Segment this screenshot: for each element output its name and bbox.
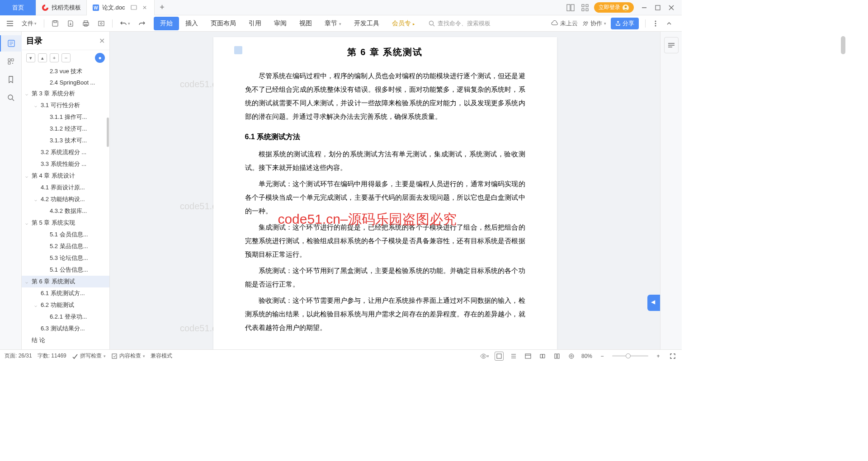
outline-item[interactable]: 3.1.3 技术可... — [22, 135, 109, 146]
ribbon-devtools[interactable]: 开发工具 — [348, 17, 386, 30]
tab-add-button[interactable]: + — [155, 3, 170, 12]
outline-item[interactable]: ⌵3.1 可行性分析 — [22, 99, 109, 111]
cloud-status[interactable]: 未上云 — [551, 19, 578, 28]
outline-item[interactable]: 4.1 界面设计原... — [22, 182, 109, 193]
outline-item[interactable]: 6.1 系统测试方... — [22, 287, 109, 299]
outline-expand-all[interactable]: ▴ — [38, 53, 47, 62]
zoom-value[interactable]: 80% — [581, 353, 592, 359]
ribbon-reference[interactable]: 引用 — [242, 17, 268, 30]
ribbon-chapter[interactable]: 章节 ▾ — [318, 17, 348, 30]
export-pdf-icon[interactable] — [64, 18, 77, 29]
menu-icon[interactable] — [4, 19, 16, 28]
outline-scrollbar[interactable] — [107, 118, 109, 147]
search-icon — [429, 20, 435, 27]
rail-outline-icon[interactable] — [0, 35, 22, 52]
ribbon-layout[interactable]: 页面布局 — [204, 17, 242, 30]
settings-icon[interactable] — [567, 352, 576, 361]
outline-add[interactable]: + — [50, 53, 59, 62]
outline-item[interactable]: 5.1 公告信息... — [22, 264, 109, 276]
side-expand-tab[interactable] — [647, 295, 660, 311]
ribbon-view[interactable]: 视图 — [293, 17, 318, 30]
outline-item[interactable]: ⌵第 4 章 系统设计 — [22, 170, 109, 182]
outline-item-label: 第 4 章 系统设计 — [32, 172, 75, 180]
save-icon[interactable] — [49, 18, 61, 29]
right-panel-icon[interactable] — [664, 37, 679, 53]
tab-document[interactable]: W 论文.doc ✕ — [87, 0, 155, 15]
outline-item-label: 3.1 可行性分析 — [41, 101, 80, 109]
zoom-in-icon[interactable]: + — [654, 352, 663, 361]
outline-item[interactable]: ⌵第 5 章 系统实现 — [22, 217, 109, 229]
outline-item[interactable]: 3.3 系统性能分 ... — [22, 158, 109, 170]
view-web-icon[interactable] — [524, 352, 533, 361]
outline-item-label: 2.4 SpringBoot ... — [50, 79, 95, 86]
app-grid-icon[interactable] — [580, 2, 590, 13]
minimize-button[interactable] — [637, 1, 651, 14]
chapter-title: 第 6 章 系统测试 — [245, 46, 525, 58]
outline-item[interactable]: 2.4 SpringBoot ... — [22, 77, 109, 88]
outline-item[interactable]: 2.3 vue 技术 — [22, 66, 109, 77]
statusbar: 页面: 26/31 字数: 11469 拼写检查 ▾ 内容检查 ▾ 兼容模式 ▾… — [0, 349, 682, 362]
view-read-icon[interactable] — [538, 352, 547, 361]
outline-item[interactable]: ⌵6.2 功能测试 — [22, 299, 109, 311]
print-preview-icon[interactable] — [95, 18, 108, 29]
outline-panel: 目录 ✕ ▾ ▴ + − ● 2.3 vue 技术2.4 SpringBoot … — [22, 32, 110, 349]
outline-close-icon[interactable]: ✕ — [99, 37, 105, 45]
view-split-icon[interactable] — [552, 352, 561, 361]
cast-icon[interactable] — [131, 5, 137, 11]
login-button[interactable]: 立即登录 — [594, 2, 634, 13]
collapse-ribbon-icon[interactable] — [664, 19, 675, 28]
tab-template[interactable]: 找稻壳模板 — [36, 0, 87, 15]
ribbon-review[interactable]: 审阅 — [268, 17, 293, 30]
rail-search-icon[interactable] — [0, 89, 22, 106]
undo-icon[interactable]: ▾ — [117, 19, 133, 28]
status-spellcheck[interactable]: 拼写检查 ▾ — [72, 352, 106, 360]
outline-item[interactable]: 5.2 菜品信息... — [22, 240, 109, 252]
outline-item[interactable]: ⌵4.2 功能结构设... — [22, 193, 109, 205]
ribbon-member[interactable]: 会员专 ▸ — [386, 17, 421, 30]
outline-item[interactable]: ⌵第 3 章 系统分析 — [22, 88, 109, 99]
status-page[interactable]: 页面: 26/31 — [5, 352, 32, 360]
outline-item[interactable]: ⌵第 6 章 系统测试 — [22, 276, 109, 287]
status-words[interactable]: 字数: 11469 — [38, 352, 66, 360]
status-contentcheck[interactable]: 内容检查 ▾ — [111, 352, 145, 360]
redo-icon[interactable] — [136, 19, 148, 28]
search-input[interactable]: 查找命令、搜索模板 — [429, 19, 549, 28]
file-menu[interactable]: 文件 ▾ — [19, 18, 39, 29]
document-area[interactable]: code51.cn code51.cn code51.cn 第 6 章 系统测试… — [110, 32, 660, 349]
outline-item[interactable]: 6.3 测试结果分... — [22, 323, 109, 334]
close-button[interactable] — [665, 1, 678, 14]
ribbon-start[interactable]: 开始 — [154, 17, 179, 30]
page-doc-icon[interactable] — [234, 46, 242, 54]
view-page-icon[interactable] — [495, 352, 504, 361]
outline-item[interactable]: 结 论 — [22, 334, 109, 346]
reading-layout-icon[interactable] — [565, 2, 576, 13]
fullscreen-icon[interactable] — [668, 352, 677, 361]
status-eye-icon[interactable]: ▾ — [480, 352, 489, 361]
svg-rect-50 — [555, 354, 557, 358]
rail-bookmark-icon[interactable] — [0, 71, 22, 88]
ribbon-insert[interactable]: 插入 — [179, 17, 204, 30]
outline-item[interactable]: 5.3 论坛信息... — [22, 252, 109, 264]
share-button[interactable]: 分享 — [611, 18, 639, 29]
maximize-button[interactable] — [651, 1, 665, 14]
outline-remove[interactable]: − — [61, 53, 71, 62]
tab-close-icon[interactable]: ✕ — [142, 5, 149, 11]
outline-item[interactable]: 6.2.1 登录功... — [22, 311, 109, 323]
outline-item[interactable]: 3.1.2 经济可... — [22, 123, 109, 135]
outline-item-label: 3.2 系统流程分 ... — [41, 148, 86, 156]
view-outline-icon[interactable] — [509, 352, 518, 361]
zoom-out-icon[interactable]: − — [598, 352, 607, 361]
more-icon[interactable] — [652, 19, 659, 28]
collab-button[interactable]: 协作 ▾ — [582, 19, 606, 28]
rail-nav-icon[interactable] — [0, 53, 22, 70]
outline-collapse-all[interactable]: ▾ — [26, 53, 35, 62]
print-icon[interactable] — [80, 18, 92, 29]
status-compat[interactable]: 兼容模式 — [151, 352, 172, 360]
outline-ai-icon[interactable]: ● — [95, 53, 105, 63]
outline-item[interactable]: 3.2 系统流程分 ... — [22, 146, 109, 158]
outline-item[interactable]: 5.1 会员信息... — [22, 229, 109, 240]
outline-item[interactable]: 3.1.1 操作可... — [22, 111, 109, 123]
zoom-slider[interactable] — [612, 355, 648, 357]
outline-item[interactable]: 4.3.2 数据库... — [22, 205, 109, 217]
tab-home[interactable]: 首页 — [0, 0, 36, 15]
